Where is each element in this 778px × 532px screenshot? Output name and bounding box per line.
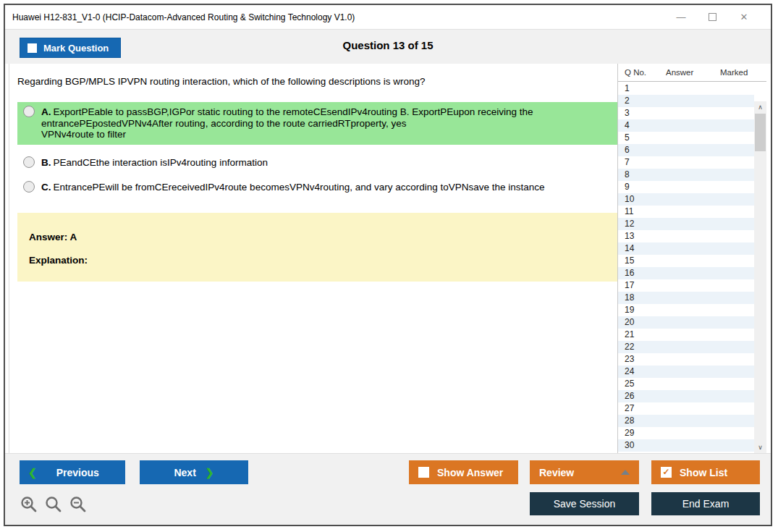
footer-bar: ❮ Previous Next ❯ Show Answer Review ✓ S… <box>5 453 771 525</box>
show-list-label: Show List <box>680 467 727 478</box>
question-list-row[interactable]: 28 <box>618 415 754 427</box>
question-list-row[interactable]: 4 <box>618 119 754 132</box>
question-list-row[interactable]: 22 <box>618 341 754 353</box>
question-list-row[interactable]: 27 <box>618 402 754 415</box>
show-answer-label: Show Answer <box>437 467 503 478</box>
option-b-text: B.PEandCEthe interaction isIPv4routing i… <box>41 157 268 169</box>
question-list-row[interactable]: 2 <box>618 95 754 107</box>
close-icon[interactable]: ✕ <box>739 12 749 22</box>
question-list-row[interactable]: 19 <box>618 304 754 316</box>
question-list-row[interactable]: 17 <box>618 279 754 292</box>
option-c[interactable]: C.EntrancePEwill be fromCEreceivedIPv4ro… <box>17 178 617 197</box>
zoom-out-icon[interactable] <box>69 496 87 513</box>
review-button[interactable]: Review <box>530 460 639 484</box>
save-session-button[interactable]: Save Session <box>530 492 639 515</box>
question-list-row[interactable]: 21 <box>618 329 754 341</box>
option-b-radio[interactable] <box>23 156 35 168</box>
scroll-up-icon[interactable]: ∧ <box>754 101 766 113</box>
option-c-radio[interactable] <box>23 181 35 193</box>
question-list-sidebar: Q No. Answer Marked 12345678910111213141… <box>617 64 766 453</box>
show-list-checkbox[interactable]: ✓ <box>661 467 672 478</box>
question-list-row[interactable]: 30 <box>618 439 754 452</box>
question-list-row[interactable]: 11 <box>618 206 754 218</box>
question-text: Regarding BGP/MPLS IPVPN routing interac… <box>17 76 620 87</box>
explanation-label: Explanation: <box>29 255 606 266</box>
question-list-row[interactable]: 6 <box>618 144 754 156</box>
scroll-down-icon[interactable]: ∨ <box>754 442 766 453</box>
option-a-radio[interactable] <box>23 106 35 117</box>
show-answer-button[interactable]: Show Answer <box>409 460 518 484</box>
question-list-row[interactable]: 9 <box>618 181 754 193</box>
triangle-up-icon <box>621 470 630 475</box>
answer-label: Answer: A <box>29 232 606 242</box>
maximize-icon[interactable] <box>709 13 716 21</box>
question-list-row[interactable]: 1 <box>618 83 754 95</box>
zoom-in-icon[interactable] <box>20 496 38 513</box>
question-list-row[interactable]: 12 <box>618 218 754 230</box>
question-list-row[interactable]: 25 <box>618 378 754 390</box>
question-list-header: Q No. Answer Marked <box>618 64 766 82</box>
scrollbar-thumb[interactable] <box>755 114 766 151</box>
option-b[interactable]: B.PEandCEthe interaction isIPv4routing i… <box>17 153 617 172</box>
question-list-rows: 1234567891011121314151617181920212223242… <box>618 83 754 452</box>
question-list-row[interactable]: 7 <box>618 156 754 169</box>
question-list-row[interactable]: 20 <box>618 316 754 329</box>
question-list-row[interactable]: 5 <box>618 132 754 144</box>
question-list-body: 1234567891011121314151617181920212223242… <box>618 83 766 453</box>
option-c-text: C.EntrancePEwill be fromCEreceivedIPv4ro… <box>41 182 545 193</box>
next-button[interactable]: Next ❯ <box>140 460 248 484</box>
answer-panel: Answer: A Explanation: <box>17 213 617 282</box>
question-list-row[interactable]: 8 <box>618 169 754 181</box>
show-answer-checkbox[interactable] <box>418 467 429 478</box>
question-list-row[interactable]: 10 <box>618 193 754 206</box>
zoom-toolbar <box>20 496 87 513</box>
review-label: Review <box>539 467 574 478</box>
question-list-row[interactable]: 15 <box>618 255 754 267</box>
end-exam-label: End Exam <box>682 498 730 510</box>
content-area: Regarding BGP/MPLS IPVPN routing interac… <box>5 64 771 453</box>
next-label: Next <box>174 467 195 478</box>
option-a[interactable]: A.ExportPEable to passBGP,IGPor static r… <box>17 102 617 145</box>
question-list-row[interactable]: 23 <box>618 353 754 366</box>
question-list-row[interactable]: 16 <box>618 267 754 279</box>
question-list-scrollbar[interactable]: ∧ ∨ <box>754 101 766 453</box>
question-list-row[interactable]: 24 <box>618 366 754 378</box>
previous-button[interactable]: ❮ Previous <box>20 460 125 484</box>
chevron-left-icon: ❮ <box>28 467 37 478</box>
question-list-row[interactable]: 29 <box>618 427 754 439</box>
title-bar: Huawei H12-831_V1-0 (HCIP-Datacom-Advanc… <box>5 5 771 29</box>
question-panel: Regarding BGP/MPLS IPVPN routing interac… <box>9 64 620 453</box>
column-qno: Q No. <box>625 68 646 77</box>
column-answer: Answer <box>666 68 693 77</box>
minimize-icon[interactable]: — <box>676 12 686 22</box>
save-session-label: Save Session <box>554 498 616 510</box>
exam-player-window: Huawei H12-831_V1-0 (HCIP-Datacom-Advanc… <box>4 4 772 526</box>
options-list: A.ExportPEable to passBGP,IGPor static r… <box>17 102 617 197</box>
column-marked: Marked <box>720 68 748 77</box>
show-list-button[interactable]: ✓ Show List <box>651 460 760 484</box>
question-list-row[interactable]: 14 <box>618 242 754 255</box>
question-counter: Question 13 of 15 <box>5 39 771 51</box>
question-header-bar: Mark Question Question 13 of 15 <box>5 29 771 64</box>
window-title: Huawei H12-831_V1-0 (HCIP-Datacom-Advanc… <box>12 12 355 22</box>
question-list-row[interactable]: 26 <box>618 390 754 402</box>
question-list-row[interactable]: 13 <box>618 230 754 242</box>
question-list-row[interactable]: 18 <box>618 292 754 304</box>
question-list-row[interactable]: 3 <box>618 107 754 119</box>
window-controls: — ✕ <box>676 12 771 22</box>
previous-label: Previous <box>56 467 99 478</box>
option-a-text: A.ExportPEable to passBGP,IGPor static r… <box>41 106 533 140</box>
end-exam-button[interactable]: End Exam <box>651 492 760 515</box>
zoom-reset-icon[interactable] <box>45 496 62 513</box>
chevron-right-icon: ❯ <box>206 467 214 478</box>
